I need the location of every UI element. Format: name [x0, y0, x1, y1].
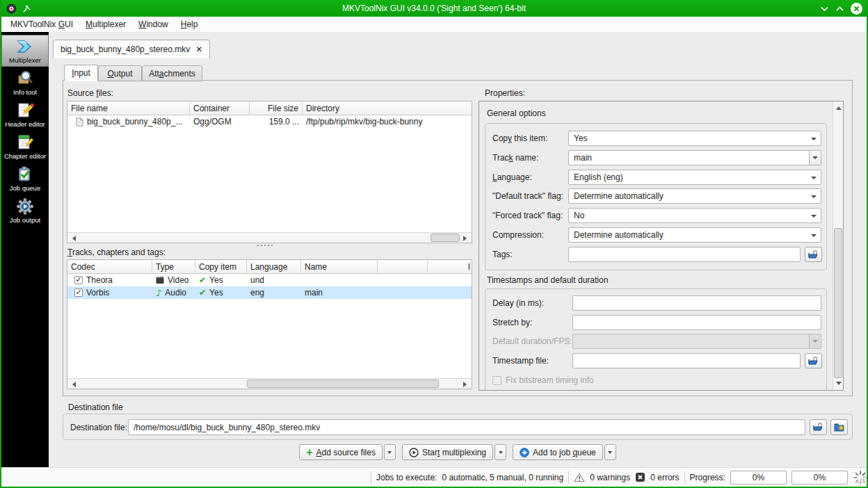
- combo-arrow-button[interactable]: [809, 151, 821, 165]
- tracks-hscrollbar[interactable]: [67, 378, 472, 389]
- menu-window[interactable]: Window: [132, 17, 175, 31]
- column-header[interactable]: Container: [190, 101, 250, 115]
- tab-close-icon[interactable]: ✕: [195, 44, 202, 54]
- default-track-flag-select[interactable]: Determine automatically: [568, 188, 821, 204]
- sidebar-item-chapter-editor[interactable]: Chapter editor: [1, 131, 49, 163]
- track-type: Audio: [165, 288, 186, 298]
- scrollbar-thumb[interactable]: [431, 234, 460, 242]
- add-to-job-queue-button[interactable]: Add to job queue: [513, 444, 603, 460]
- language-select[interactable]: English (eng): [568, 170, 821, 185]
- stretch-by-input[interactable]: [572, 315, 821, 330]
- column-header[interactable]: Type: [152, 260, 195, 273]
- chevron-down-icon: [811, 138, 817, 143]
- column-header[interactable]: I: [428, 260, 472, 273]
- add-to-job-queue-menu-button[interactable]: [604, 444, 616, 460]
- destination-browse-button[interactable]: [810, 419, 827, 435]
- track-row-vorbis[interactable]: ✓ Vorbis ♪ Audio ✔ Yes eng main: [67, 286, 472, 299]
- start-multiplexing-menu-button[interactable]: [495, 444, 506, 460]
- copy-item-check-icon: ✔: [199, 288, 206, 298]
- scroll-left-icon[interactable]: [70, 382, 76, 387]
- track-enabled-checkbox[interactable]: ✓: [74, 276, 83, 284]
- properties-vscrollbar[interactable]: [833, 101, 843, 390]
- column-header[interactable]: File size: [250, 101, 303, 115]
- add-source-files-button[interactable]: + Add source files: [299, 444, 383, 460]
- scroll-right-icon[interactable]: [463, 236, 469, 241]
- sidebar-item-multiplexer[interactable]: Multiplexer: [1, 35, 49, 67]
- tab-output-label: Output: [107, 69, 132, 79]
- sidebar-item-label: Chapter editor: [4, 152, 46, 160]
- source-files-label: Source files:: [67, 88, 113, 98]
- sidebar-item-job-queue[interactable]: Job queue: [1, 163, 49, 195]
- track-enabled-checkbox[interactable]: ✓: [74, 288, 83, 297]
- start-multiplexing-button[interactable]: Start multiplexing: [402, 444, 493, 460]
- sidebar-item-info-tool[interactable]: Info tool: [1, 67, 49, 99]
- close-icon: [853, 6, 860, 12]
- action-buttons-row: + Add source files Start multiplexing: [63, 444, 853, 460]
- forced-track-flag-label: "Forced track" flag:: [492, 211, 563, 220]
- column-header[interactable]: Codec: [67, 260, 152, 273]
- track-name-combo[interactable]: main: [568, 150, 821, 165]
- tab-input[interactable]: Input: [64, 65, 98, 81]
- delay-input[interactable]: [572, 295, 821, 311]
- file-tab[interactable]: big_buck_bunny_480p_stereo.mkv ✕: [53, 40, 210, 58]
- tracks-header: Codec Type Copy item Language Name I: [67, 260, 472, 274]
- column-header[interactable]: Directory: [303, 101, 472, 115]
- delay-label: Delay (in ms):: [492, 298, 544, 308]
- chevron-down-icon: [499, 451, 503, 456]
- column-header[interactable]: [378, 260, 428, 273]
- tracks-table: Codec Type Copy item Language Name I ✓ T…: [67, 259, 472, 389]
- copy-this-item-select[interactable]: Yes: [568, 131, 821, 146]
- column-header[interactable]: File name: [67, 101, 190, 115]
- tags-input[interactable]: [568, 247, 801, 262]
- properties-panel: General options Copy this item: Yes Trac…: [479, 101, 844, 391]
- scrollbar-thumb[interactable]: [834, 228, 842, 378]
- source-file-row[interactable]: big_buck_bunny_480p_... Ogg/OGM 159.0 ..…: [67, 115, 472, 128]
- menu-multiplexer[interactable]: Multiplexer: [79, 17, 132, 31]
- column-header[interactable]: Name: [301, 260, 378, 273]
- menu-help[interactable]: Help: [175, 17, 204, 31]
- sidebar-item-job-output[interactable]: Job output: [1, 195, 49, 227]
- track-row-theora[interactable]: ✓ Theora Video ✔ Yes und: [67, 274, 472, 286]
- minimize-button[interactable]: [820, 6, 829, 12]
- file-tab-label: big_buck_bunny_480p_stereo.mkv: [61, 44, 190, 54]
- resize-grip[interactable]: [858, 476, 865, 483]
- splitter-handle[interactable]: [257, 245, 273, 246]
- compression-label: Compression:: [492, 230, 544, 240]
- menu-mkvtoolnix-gui[interactable]: MKVToolNix GUI: [4, 17, 79, 31]
- sidebar-item-header-editor[interactable]: Header editor: [1, 99, 49, 131]
- chevron-down-icon: [387, 451, 392, 456]
- track-copy-item: Yes: [209, 275, 223, 285]
- tags-browse-button[interactable]: [805, 247, 822, 262]
- tab-output[interactable]: Output: [98, 65, 142, 81]
- timestamp-file-input[interactable]: [572, 353, 801, 368]
- window-border-left: [0, 0, 1, 488]
- progress-bar-current: 0%: [730, 471, 787, 485]
- app-icon: [6, 3, 17, 14]
- scroll-left-icon[interactable]: [70, 236, 76, 241]
- destination-file-input[interactable]: /home/mosu/dl/big_buck_bunny_480p_stereo…: [128, 419, 805, 435]
- default-duration-label: Default duration/FPS:: [492, 336, 572, 346]
- warnings-count: 0 warnings: [590, 473, 630, 482]
- chevron-down-icon: [811, 177, 817, 182]
- destination-favorites-button[interactable]: [830, 419, 848, 435]
- add-source-files-menu-button[interactable]: [384, 444, 396, 460]
- scroll-down-icon[interactable]: [836, 382, 842, 388]
- errors-icon: [635, 472, 645, 482]
- source-files-hscrollbar[interactable]: [67, 232, 472, 243]
- tab-attachments[interactable]: Attachments: [142, 65, 202, 81]
- scrollbar-thumb[interactable]: [247, 380, 439, 388]
- column-header[interactable]: Language: [247, 260, 301, 273]
- compression-select[interactable]: Determine automatically: [568, 227, 821, 243]
- pin-icon[interactable]: [22, 4, 31, 13]
- scroll-right-icon[interactable]: [463, 382, 469, 387]
- timestamp-file-browse-button[interactable]: [805, 353, 822, 368]
- scroll-up-icon[interactable]: [836, 104, 842, 110]
- column-header[interactable]: Copy item: [195, 260, 247, 273]
- sidebar-item-label: Header editor: [5, 120, 45, 128]
- language-value: English (eng): [574, 172, 623, 182]
- info-tool-icon: [16, 70, 34, 88]
- maximize-button[interactable]: [835, 6, 844, 12]
- forced-track-flag-select[interactable]: No: [568, 208, 821, 223]
- close-button[interactable]: [851, 3, 862, 15]
- progress-current-value: 0%: [753, 473, 764, 482]
